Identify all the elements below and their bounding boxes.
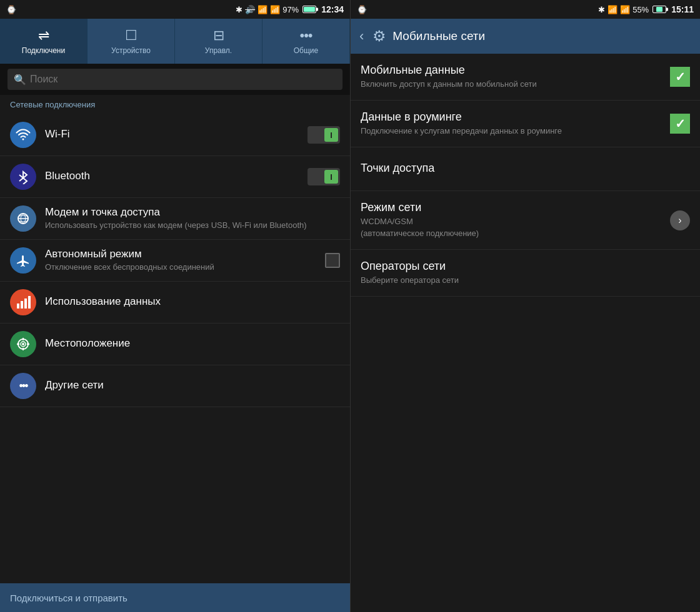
airplane-title: Автономный режим xyxy=(45,248,325,260)
airplane-checkbox[interactable] xyxy=(325,253,340,268)
other-title: Другие сети xyxy=(45,379,340,392)
bluetooth-toggle[interactable] xyxy=(308,168,340,185)
airplane-item[interactable]: Автономный режим Отключение всех беспров… xyxy=(0,240,350,282)
data-title: Использование данных xyxy=(45,295,340,308)
other-content: Другие сети xyxy=(45,379,340,393)
left-status-right: ✱ 🔊 📶 📶 97% 12:34 xyxy=(236,4,344,14)
tab-manage[interactable]: ⊟ Управл. xyxy=(175,19,262,64)
svg-rect-5 xyxy=(28,296,31,308)
svg-point-8 xyxy=(22,343,24,345)
right-status-left: ⌚ xyxy=(357,5,367,14)
tab-device[interactable]: ☐ Устройство xyxy=(88,19,175,64)
settings-list: Wi-Fi Bluetooth xyxy=(0,114,350,583)
roaming-checkmark-icon: ✓ xyxy=(675,116,686,131)
network-mode-content: Режим сети WCDMA/GSM(автоматическое подк… xyxy=(361,201,670,239)
bluetooth-item[interactable]: Bluetooth xyxy=(0,156,350,198)
wifi-toggle-knob xyxy=(324,128,338,142)
bottom-bar-label: Подключиться и отправить xyxy=(10,593,128,603)
tab-connections[interactable]: ⇌ Подключени xyxy=(0,19,88,64)
access-points-item[interactable]: Точки доступа xyxy=(351,147,700,191)
roaming-checkmark[interactable]: ✓ xyxy=(670,114,690,134)
operators-subtitle: Выберите оператора сети xyxy=(361,275,690,286)
right-device-icon: ⌚ xyxy=(357,5,367,14)
connections-icon: ⇌ xyxy=(38,27,49,44)
tether-content: Модем и точка доступа Использовать устро… xyxy=(45,206,340,231)
general-icon: ••• xyxy=(299,27,312,44)
search-bar: 🔍 xyxy=(0,64,350,95)
tab-manage-label: Управл. xyxy=(205,46,232,55)
search-wrapper: 🔍 xyxy=(8,69,342,90)
wifi-title: Wi-Fi xyxy=(45,128,308,141)
left-panel: ⌚ ✱ 🔊 📶 📶 97% 12:34 ⇌ Подключени ☐ Устро… xyxy=(0,0,350,612)
wifi-toggle[interactable] xyxy=(308,126,340,144)
left-status-bar: ⌚ ✱ 🔊 📶 📶 97% 12:34 xyxy=(0,0,350,19)
svg-point-0 xyxy=(22,139,24,141)
left-signal-icon: 📶 xyxy=(270,5,280,14)
left-bluetooth-icon: ✱ xyxy=(236,5,242,14)
network-mode-chevron[interactable]: › xyxy=(670,210,690,230)
left-mute-icon: 🔊 xyxy=(245,5,255,14)
right-header: ‹ ⚙ Мобильные сети xyxy=(351,19,700,54)
network-mode-title: Режим сети xyxy=(361,201,670,214)
mobile-data-item[interactable]: Мобильные данные Включить доступ к данны… xyxy=(351,54,700,101)
right-bluetooth-icon: ✱ xyxy=(598,5,605,14)
right-battery-percent: 55% xyxy=(632,5,649,14)
roaming-subtitle: Подключение к услугам передачи данных в … xyxy=(361,126,670,137)
wifi-item[interactable]: Wi-Fi xyxy=(0,114,350,156)
right-signal-icon: 📶 xyxy=(620,5,630,14)
bluetooth-title: Bluetooth xyxy=(45,170,308,182)
operators-title: Операторы сети xyxy=(361,260,690,273)
bluetooth-content: Bluetooth xyxy=(45,170,308,184)
location-content: Местоположение xyxy=(45,337,340,351)
airplane-subtitle: Отключение всех беспроводных соединений xyxy=(45,262,325,273)
tether-title: Модем и точка доступа xyxy=(45,206,340,219)
mobile-data-title: Мобильные данные xyxy=(361,64,670,77)
mobile-data-content: Мобильные данные Включить доступ к данны… xyxy=(361,64,670,90)
header-gear-icon: ⚙ xyxy=(372,27,386,45)
operators-content: Операторы сети Выберите оператора сети xyxy=(361,260,690,286)
tether-item[interactable]: Модем и точка доступа Использовать устро… xyxy=(0,198,350,240)
roaming-content: Данные в роуминге Подключение к услугам … xyxy=(361,111,670,137)
other-icon: ••• xyxy=(10,373,36,399)
network-mode-subtitle: WCDMA/GSM(автоматическое подключение) xyxy=(361,216,670,239)
bluetooth-toggle-knob xyxy=(324,170,338,184)
data-icon xyxy=(10,289,36,315)
left-device-icon: ⌚ xyxy=(6,5,16,14)
left-tab-bar: ⇌ Подключени ☐ Устройство ⊟ Управл. ••• … xyxy=(0,19,350,64)
data-item[interactable]: Использование данных xyxy=(0,282,350,323)
right-battery-fill xyxy=(656,7,662,12)
checkmark-icon: ✓ xyxy=(675,69,686,84)
left-wifi-icon: 📶 xyxy=(258,5,268,14)
airplane-content: Автономный режим Отключение всех беспров… xyxy=(45,248,325,273)
mobile-data-checkmark[interactable]: ✓ xyxy=(670,67,690,87)
wifi-icon xyxy=(10,122,36,148)
tether-subtitle: Использовать устройство как модем (через… xyxy=(45,220,340,231)
roaming-title: Данные в роуминге xyxy=(361,111,670,124)
svg-rect-3 xyxy=(21,301,23,308)
right-header-title: Мобильные сети xyxy=(392,29,485,43)
location-item[interactable]: Местоположение xyxy=(0,323,350,365)
right-battery-icon xyxy=(652,6,666,13)
access-points-title: Точки доступа xyxy=(361,162,690,175)
roaming-item[interactable]: Данные в роуминге Подключение к услугам … xyxy=(351,101,700,147)
network-mode-item[interactable]: Режим сети WCDMA/GSM(автоматическое подк… xyxy=(351,191,700,249)
right-settings-list: Мобильные данные Включить доступ к данны… xyxy=(351,54,700,612)
section-label: Сетевые подключения xyxy=(0,95,350,114)
tab-general-label: Общие xyxy=(294,46,318,55)
other-item[interactable]: ••• Другие сети xyxy=(0,365,350,407)
right-status-bar: ⌚ ✱ 📶 📶 55% 15:11 xyxy=(351,0,700,19)
search-input[interactable] xyxy=(8,69,342,90)
operators-item[interactable]: Операторы сети Выберите оператора сети xyxy=(351,250,700,297)
right-wifi-icon: 📶 xyxy=(608,5,618,14)
mobile-data-subtitle: Включить доступ к данным по мобильной се… xyxy=(361,79,670,90)
tether-icon xyxy=(10,205,36,232)
tab-general[interactable]: ••• Общие xyxy=(262,19,350,64)
right-time: 15:11 xyxy=(671,4,694,14)
search-icon: 🔍 xyxy=(14,74,26,86)
bottom-bar[interactable]: Подключиться и отправить xyxy=(0,583,350,612)
data-content: Использование данных xyxy=(45,295,340,309)
tab-connections-label: Подключени xyxy=(22,46,65,55)
right-panel: ⌚ ✱ 📶 📶 55% 15:11 ‹ ⚙ Мобильные сети Моб… xyxy=(350,0,700,612)
svg-rect-2 xyxy=(17,304,19,308)
back-button[interactable]: ‹ xyxy=(359,28,364,44)
